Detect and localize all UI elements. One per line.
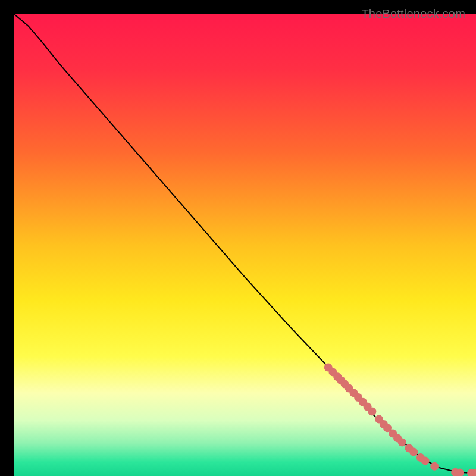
bottleneck-curve-chart (14, 14, 476, 476)
chart-background (14, 14, 476, 476)
data-marker (368, 407, 376, 415)
watermark-text: TheBottleneck.com (361, 7, 465, 21)
data-marker (409, 448, 418, 456)
data-marker (421, 456, 430, 465)
data-marker (430, 462, 439, 471)
chart-frame: TheBottleneck.com (7, 7, 469, 469)
data-marker (398, 438, 406, 446)
